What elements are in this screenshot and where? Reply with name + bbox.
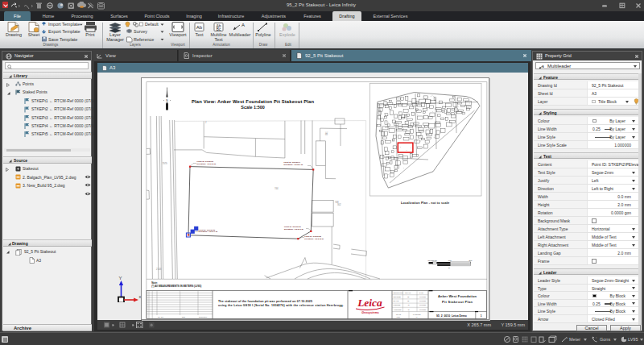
svg-text:10/1/2025: 10/1/2025 <box>419 304 426 306</box>
svg-text:744: 744 <box>275 187 279 190</box>
svg-text:Ab: Ab <box>196 25 203 30</box>
svg-text:Reference: Reference <box>134 37 154 42</box>
svg-text:using the Leica GS18 I (Serial: using the Leica GS18 I (Serial No. 18342… <box>218 304 344 307</box>
svg-text:Import Template: Import Template <box>48 22 80 27</box>
svg-text:Elevation: 476.246 m: Elevation: 476.246 m <box>284 228 303 231</box>
svg-text:APPROVED: APPROVED <box>393 309 402 310</box>
svg-text:Explode: Explode <box>279 32 295 37</box>
svg-text:TB: TB <box>407 300 410 301</box>
svg-text:Scale 1:500: Scale 1:500 <box>241 105 264 110</box>
svg-text:Description: Description <box>199 316 207 318</box>
svg-text:°: ° <box>596 336 597 340</box>
svg-text:SCALE: SCALE <box>396 314 402 315</box>
svg-text:10m: 10m <box>448 260 451 261</box>
svg-text:Manager: Manager <box>106 37 124 42</box>
svg-text:Multileader: Multileader <box>229 32 251 37</box>
svg-text:AB: AB <box>407 304 410 306</box>
svg-text:Date: Date <box>182 316 186 318</box>
svg-text:Viewport: Viewport <box>169 32 187 37</box>
svg-text:Print: Print <box>85 32 95 37</box>
svg-text:Text: Text <box>195 32 204 37</box>
svg-text:DATE: DATE <box>419 292 423 293</box>
svg-text:748: 748 <box>324 131 328 135</box>
svg-text:1:500: 1:500 <box>396 316 400 318</box>
svg-text:Elevation: 476.245 m: Elevation: 476.245 m <box>196 163 216 165</box>
svg-text:0m 2.5m 5m: 0m 2.5m 5m <box>427 260 436 261</box>
svg-text:Elevation: 476.248 m: Elevation: 476.248 m <box>304 238 324 240</box>
svg-text:TB: TB <box>407 296 410 297</box>
svg-text:A: A <box>242 23 245 27</box>
svg-text:10/1/2025: 10/1/2025 <box>419 309 426 310</box>
svg-text:A3: A3 <box>415 316 417 318</box>
svg-text:PAGE SIZE: PAGE SIZE <box>413 314 421 315</box>
svg-text:The stakeout of the foundation: The stakeout of the foundation pit was p… <box>218 300 312 303</box>
svg-text:No. Rev: No. Rev <box>158 316 163 318</box>
svg-text:2143: 2143 <box>156 268 162 271</box>
svg-text:Elevation: 476.297 m: Elevation: 476.297 m <box>283 164 303 166</box>
svg-text:Text: Text <box>214 37 223 42</box>
svg-text:Pit Stakeout Plan: Pit Stakeout Plan <box>442 300 473 304</box>
svg-text:Save Template: Save Template <box>48 37 77 42</box>
svg-text:Leica: Leica <box>357 297 382 309</box>
svg-text:Survey: Survey <box>134 29 147 34</box>
svg-text:95_2_0010_Leica Demo: 95_2_0010_Leica Demo <box>436 314 467 318</box>
svg-text:DESCRIPTION: DESCRIPTION <box>393 292 403 293</box>
svg-text:Localization Plan - not to sca: Localization Plan - not to scale <box>401 202 449 205</box>
svg-text:Bc: Bc <box>217 27 221 31</box>
svg-text:7979: 7979 <box>162 162 167 165</box>
svg-text:302: 302 <box>337 203 341 206</box>
svg-text:Default: Default <box>145 22 159 27</box>
svg-text:DRAWN: DRAWN <box>393 300 398 301</box>
svg-text:Elevation: 476.247 m: Elevation: 476.247 m <box>198 231 217 233</box>
svg-text:N: N <box>166 99 168 102</box>
svg-text:1: 1 <box>480 314 481 318</box>
svg-text:Y: Y <box>119 276 122 281</box>
svg-text:Sheet: Sheet <box>28 32 40 37</box>
svg-text:10/1/2025: 10/1/2025 <box>419 296 426 297</box>
svg-text:10/1/2025: 10/1/2025 <box>419 300 426 301</box>
svg-text:Polyline: Polyline <box>255 32 270 37</box>
svg-text:Geosystems: Geosystems <box>361 311 378 314</box>
svg-text:CHECKED: CHECKED <box>393 304 400 306</box>
svg-text:A: A <box>543 64 545 68</box>
svg-text:20m: 20m <box>469 260 472 261</box>
svg-text:#: # <box>205 121 207 124</box>
svg-text:INITIALS: INITIALS <box>405 292 411 293</box>
svg-text:(*) All MEASUREMENTS IN METERS: (*) All MEASUREMENTS IN METERS (LV95) <box>151 285 201 288</box>
svg-text:Anker West Foundation: Anker West Foundation <box>438 294 477 298</box>
svg-text:Plan View: Anker West Foundati: Plan View: Anker West Foundation Pit Sta… <box>192 99 314 104</box>
svg-text:m: m <box>448 267 450 268</box>
svg-text:Export Template: Export Template <box>48 29 80 34</box>
svg-text:DESIGNED: DESIGNED <box>393 296 401 297</box>
svg-text:Drawing: Drawing <box>6 32 22 37</box>
svg-text:AB: AB <box>407 309 410 310</box>
